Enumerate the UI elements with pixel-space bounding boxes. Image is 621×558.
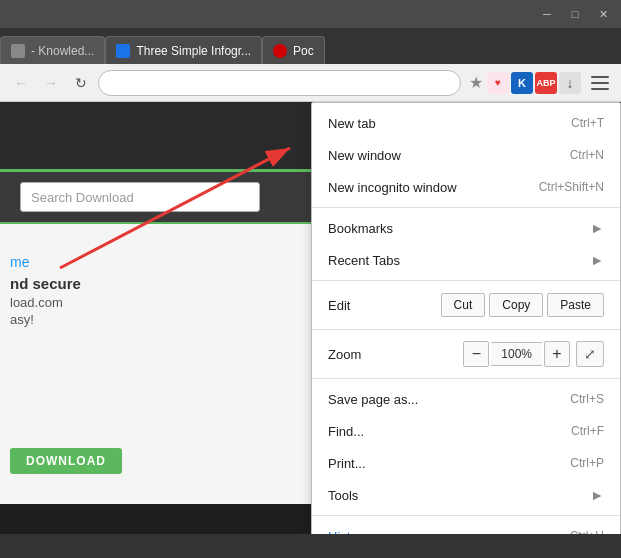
minimize-button[interactable]: ─ (533, 4, 561, 24)
address-bar-row: ← → ↻ ★ ♥ K ABP ↓ (0, 64, 621, 102)
menu-new-incognito-label: New incognito window (328, 180, 457, 195)
menu-find[interactable]: Find... Ctrl+F (312, 415, 620, 447)
ext-icon-2[interactable]: ABP (535, 72, 557, 94)
menu-history[interactable]: History Ctrl+H (312, 520, 620, 534)
menu-line-1 (591, 76, 609, 78)
menu-section-1: New tab Ctrl+T New window Ctrl+N New inc… (312, 103, 620, 208)
address-box[interactable] (98, 70, 461, 96)
menu-tools-label: Tools (328, 488, 358, 503)
menu-print-label: Print... (328, 456, 366, 471)
tab-0[interactable]: - Knowled... (0, 36, 105, 64)
menu-save-page[interactable]: Save page as... Ctrl+S (312, 383, 620, 415)
menu-new-window-shortcut: Ctrl+N (570, 148, 604, 162)
menu-section-zoom: Zoom − 100% + ⤢ (312, 330, 620, 379)
menu-bookmarks-label: Bookmarks (328, 221, 393, 236)
menu-find-label: Find... (328, 424, 364, 439)
tagline-line2: nd secure (10, 275, 81, 292)
search-input[interactable]: Search Download (20, 182, 260, 212)
cut-button[interactable]: Cut (441, 293, 486, 317)
menu-print-shortcut: Ctrl+P (570, 456, 604, 470)
menu-tools[interactable]: Tools ► (312, 479, 620, 511)
tagline-line1: me (10, 254, 81, 270)
menu-recent-tabs[interactable]: Recent Tabs ► (312, 244, 620, 276)
menu-recent-tabs-label: Recent Tabs (328, 253, 400, 268)
zoom-controls: − 100% + ⤢ (463, 341, 604, 367)
menu-bookmarks-arrow: ► (590, 220, 604, 236)
maximize-button[interactable]: □ (561, 4, 589, 24)
menu-zoom-row: Zoom − 100% + ⤢ (312, 334, 620, 374)
reload-button[interactable]: ↻ (68, 70, 94, 96)
ext-icon-3[interactable]: ↓ (559, 72, 581, 94)
zoom-plus-button[interactable]: + (544, 341, 570, 367)
tab-favicon-0 (11, 44, 25, 58)
menu-find-shortcut: Ctrl+F (571, 424, 604, 438)
close-button[interactable]: ✕ (589, 4, 617, 24)
menu-line-2 (591, 82, 609, 84)
chrome-menu: New tab Ctrl+T New window Ctrl+N New inc… (311, 102, 621, 534)
back-button[interactable]: ← (8, 70, 34, 96)
menu-history-shortcut: Ctrl+H (570, 529, 604, 534)
menu-new-incognito[interactable]: New incognito window Ctrl+Shift+N (312, 171, 620, 203)
tagline-line4: asy! (10, 312, 81, 327)
menu-recent-tabs-arrow: ► (590, 252, 604, 268)
menu-print[interactable]: Print... Ctrl+P (312, 447, 620, 479)
ext-icon-0[interactable]: ♥ (487, 72, 509, 94)
tab-label-0: - Knowled... (31, 44, 94, 58)
menu-section-6: History Ctrl+H Downloads Ctrl+J (312, 516, 620, 534)
menu-zoom-label: Zoom (328, 347, 463, 362)
menu-new-tab[interactable]: New tab Ctrl+T (312, 107, 620, 139)
tab-label-2: Poc (293, 44, 314, 58)
search-placeholder: Search Download (31, 190, 134, 205)
download-button-area: DOWNLOAD (10, 448, 122, 474)
menu-edit-row: Edit Cut Copy Paste (312, 285, 620, 325)
menu-new-window[interactable]: New window Ctrl+N (312, 139, 620, 171)
menu-tools-arrow: ► (590, 487, 604, 503)
tab-1[interactable]: Three Simple Infogr... (105, 36, 262, 64)
tab-bar: - Knowled... Three Simple Infogr... Poc (0, 28, 621, 64)
chrome-menu-button[interactable] (587, 70, 613, 96)
ext-icon-1[interactable]: K (511, 72, 533, 94)
menu-new-tab-shortcut: Ctrl+T (571, 116, 604, 130)
title-bar: ─ □ ✕ (0, 0, 621, 28)
menu-section-edit: Edit Cut Copy Paste (312, 281, 620, 330)
content-area: LOGIN Search Download me nd secure load.… (0, 102, 621, 534)
menu-new-window-label: New window (328, 148, 401, 163)
zoom-value: 100% (491, 342, 542, 366)
download-button[interactable]: DOWNLOAD (10, 448, 122, 474)
tab-favicon-1 (116, 44, 130, 58)
menu-new-incognito-shortcut: Ctrl+Shift+N (539, 180, 604, 194)
tab-label-1: Three Simple Infogr... (136, 44, 251, 58)
menu-bookmarks[interactable]: Bookmarks ► (312, 212, 620, 244)
site-tagline: me nd secure load.com asy! (10, 254, 81, 327)
zoom-fullscreen-button[interactable]: ⤢ (576, 341, 604, 367)
menu-save-page-label: Save page as... (328, 392, 418, 407)
menu-edit-label: Edit (328, 298, 437, 313)
menu-line-3 (591, 88, 609, 90)
zoom-minus-button[interactable]: − (463, 341, 489, 367)
menu-new-tab-label: New tab (328, 116, 376, 131)
tagline-line3: load.com (10, 295, 81, 310)
menu-section-2: Bookmarks ► Recent Tabs ► (312, 208, 620, 281)
menu-section-5: Save page as... Ctrl+S Find... Ctrl+F Pr… (312, 379, 620, 516)
bookmark-icon[interactable]: ★ (469, 73, 483, 92)
menu-history-label: History (328, 529, 368, 535)
extension-icons: ♥ K ABP ↓ (487, 72, 581, 94)
tab-favicon-2 (273, 44, 287, 58)
forward-button[interactable]: → (38, 70, 64, 96)
copy-button[interactable]: Copy (489, 293, 543, 317)
paste-button[interactable]: Paste (547, 293, 604, 317)
tab-2[interactable]: Poc (262, 36, 325, 64)
menu-save-page-shortcut: Ctrl+S (570, 392, 604, 406)
